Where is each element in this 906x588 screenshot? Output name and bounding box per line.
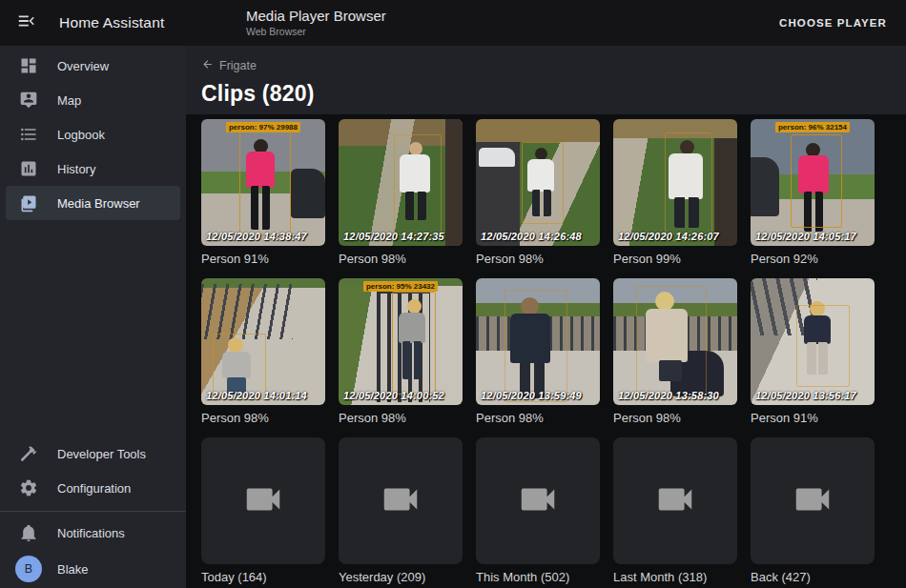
detection-box	[392, 292, 436, 395]
clip-timestamp: 12/05/2020 13:56:17	[755, 390, 856, 401]
folder-card[interactable]: This Month (502)	[476, 437, 600, 588]
detection-box	[504, 290, 567, 402]
sidebar-item-history[interactable]: History	[6, 152, 180, 186]
clip-card[interactable]: 12/05/2020 14:26:48 Person 98%	[476, 119, 600, 278]
clip-confidence-label: Person 91%	[751, 411, 875, 426]
main-content: Frigate Clips (820) person: 97% 29988 12…	[186, 46, 906, 588]
sidebar-item-developer-tools[interactable]: Developer Tools	[6, 436, 180, 471]
clip-thumbnail[interactable]: 12/05/2020 14:01:14	[201, 278, 325, 405]
detection-box	[796, 305, 850, 387]
detection-label: person: 96% 32154	[775, 122, 850, 132]
clip-timestamp: 12/05/2020 14:38:47	[206, 231, 307, 242]
detection-box	[791, 134, 842, 228]
clip-card[interactable]: 12/05/2020 14:01:14 Person 98%	[201, 278, 325, 437]
clip-thumbnail[interactable]: 12/05/2020 14:26:07	[613, 119, 737, 246]
sidebar-item-label: Configuration	[57, 481, 131, 496]
sidebar-nav: Overview Map Logbook History Media Brows…	[0, 46, 186, 220]
media-grid: person: 97% 29988 12/05/2020 14:38:47 Pe…	[186, 114, 890, 588]
folder-card[interactable]: Back (427)	[751, 437, 875, 588]
choose-player-button[interactable]: CHOOSE PLAYER	[773, 10, 893, 36]
clip-thumbnail[interactable]: person: 95% 23432 12/05/2020 14:00:52	[339, 278, 463, 405]
sidebar-item-logbook[interactable]: Logbook	[6, 117, 180, 152]
media-player-title-block: Media Player Browser Web Browser	[246, 8, 386, 37]
folder-tile[interactable]	[201, 437, 325, 564]
clip-confidence-label: Person 98%	[339, 411, 463, 426]
folder-tile[interactable]	[339, 437, 463, 564]
folder-label: Back (427)	[751, 570, 875, 585]
video-camera-icon	[241, 477, 285, 525]
clip-card[interactable]: 12/05/2020 13:56:17 Person 91%	[751, 278, 875, 437]
folder-card[interactable]: Today (164)	[201, 437, 325, 588]
content-header: Frigate Clips (820)	[186, 46, 906, 114]
video-camera-icon	[791, 477, 834, 525]
sidebar-spacer	[0, 220, 186, 434]
clip-thumbnail[interactable]: 12/05/2020 13:56:17	[751, 278, 875, 405]
scene-object	[751, 157, 779, 216]
clip-thumbnail[interactable]: person: 97% 29988 12/05/2020 14:38:47	[201, 119, 325, 246]
sidebar-item-label: Media Browser	[57, 196, 140, 211]
sidebar-divider	[0, 511, 186, 512]
detection-label: person: 95% 23432	[363, 281, 438, 292]
folder-tile[interactable]	[751, 437, 875, 564]
clip-timestamp: 12/05/2020 14:00:52	[343, 390, 444, 401]
view-dashboard-icon	[17, 54, 40, 77]
sidebar-item-configuration[interactable]: Configuration	[6, 471, 180, 505]
detection-box	[239, 131, 291, 235]
detection-box	[636, 286, 707, 400]
clip-timestamp: 12/05/2020 14:26:07	[618, 231, 719, 242]
clip-confidence-label: Person 98%	[476, 252, 600, 267]
sidebar-item-label: Map	[57, 93, 81, 108]
clip-thumbnail[interactable]: 12/05/2020 14:27:35	[339, 119, 463, 246]
tooltip-account-icon	[17, 89, 40, 112]
clip-timestamp: 12/05/2020 13:58:30	[618, 390, 719, 401]
sidebar-item-label: Notifications	[57, 526, 125, 540]
clip-card[interactable]: 12/05/2020 14:26:07 Person 99%	[613, 119, 737, 278]
scene-object	[291, 169, 325, 218]
sidebar-item-label: Logbook	[57, 128, 105, 142]
sidebar-item-user[interactable]: B Blake	[6, 550, 180, 588]
clip-card[interactable]: person: 97% 29988 12/05/2020 14:38:47 Pe…	[201, 119, 325, 278]
folder-card[interactable]: Yesterday (209)	[339, 437, 463, 588]
clip-card[interactable]: 12/05/2020 13:58:30 Person 98%	[613, 278, 737, 437]
video-camera-icon	[516, 477, 560, 525]
clip-card[interactable]: person: 96% 32154 12/05/2020 14:05:17 Pe…	[751, 119, 875, 278]
clip-timestamp: 12/05/2020 14:26:48	[481, 231, 582, 242]
gear-icon	[17, 476, 40, 499]
clip-thumbnail[interactable]: 12/05/2020 13:59:49	[476, 278, 600, 405]
clip-thumbnail[interactable]: 12/05/2020 13:58:30	[613, 278, 737, 405]
clip-confidence-label: Person 98%	[339, 252, 463, 267]
folder-label: Last Month (318)	[613, 570, 737, 585]
detection-box	[665, 132, 712, 241]
clip-thumbnail[interactable]: 12/05/2020 14:26:48	[476, 119, 600, 246]
clip-confidence-label: Person 92%	[751, 252, 875, 267]
avatar: B	[15, 556, 42, 582]
media-player-title: Media Player Browser	[246, 8, 386, 24]
sidebar-item-media-browser[interactable]: Media Browser	[6, 186, 180, 220]
detection-label: person: 97% 29988	[226, 122, 300, 132]
hammer-icon	[17, 442, 40, 465]
back-link[interactable]: Frigate	[201, 58, 257, 73]
clip-timestamp: 12/05/2020 13:59:49	[481, 390, 582, 401]
sidebar-toggle-button[interactable]	[15, 11, 38, 34]
folder-card[interactable]: Last Month (318)	[613, 437, 737, 588]
user-name: Blake	[57, 562, 89, 577]
sidebar: Overview Map Logbook History Media Brows…	[0, 46, 186, 588]
clip-card[interactable]: 12/05/2020 14:27:35 Person 98%	[339, 119, 463, 278]
folder-tile[interactable]	[476, 437, 600, 564]
clip-confidence-label: Person 98%	[201, 411, 325, 426]
clip-confidence-label: Person 98%	[476, 411, 600, 426]
sidebar-item-notifications[interactable]: Notifications	[6, 516, 180, 550]
detection-box	[394, 134, 442, 235]
top-app-bar: Home Assistant Media Player Browser Web …	[0, 0, 906, 46]
clip-confidence-label: Person 99%	[613, 252, 737, 267]
folder-tile[interactable]	[613, 437, 737, 564]
app-title: Home Assistant	[59, 14, 164, 31]
sidebar-item-map[interactable]: Map	[6, 83, 180, 117]
clip-card[interactable]: person: 95% 23432 12/05/2020 14:00:52 Pe…	[339, 278, 463, 437]
sidebar-item-label: Overview	[57, 59, 109, 73]
sidebar-item-overview[interactable]: Overview	[6, 49, 180, 83]
video-camera-icon	[379, 477, 422, 525]
clip-thumbnail[interactable]: person: 96% 32154 12/05/2020 14:05:17	[751, 119, 875, 246]
play-box-multiple-icon	[17, 192, 40, 214]
clip-card[interactable]: 12/05/2020 13:59:49 Person 98%	[476, 278, 600, 437]
